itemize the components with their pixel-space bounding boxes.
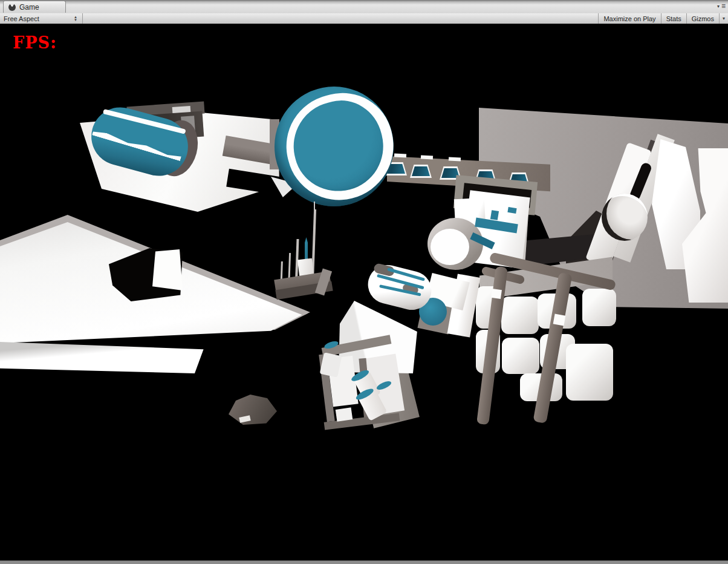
engine-cylinder-cap bbox=[431, 229, 469, 265]
toolbar-spacer bbox=[83, 13, 598, 24]
mech-foot bbox=[336, 407, 353, 421]
cylinder-highlight bbox=[92, 130, 182, 162]
aspect-dropdown[interactable]: Free Aspect ▲▼ bbox=[0, 13, 83, 24]
tab-strip: Game ▾ ≡ bbox=[0, 0, 728, 13]
unity-game-window: Game ▾ ≡ Free Aspect ▲▼ Maximize on Play… bbox=[0, 0, 728, 564]
tab-game[interactable]: Game bbox=[3, 1, 66, 13]
game-viewport[interactable]: FPS: bbox=[0, 24, 728, 560]
gizmos-button[interactable]: Gizmos bbox=[686, 13, 719, 24]
small-rock bbox=[229, 395, 277, 425]
crate-glint bbox=[172, 106, 191, 113]
window-menu[interactable]: ▾ ≡ bbox=[717, 2, 726, 10]
game-view-icon bbox=[8, 4, 16, 11]
ramp-pillar bbox=[152, 249, 183, 290]
game-view-toolbar: Free Aspect ▲▼ Maximize on Play Stats Gi… bbox=[0, 13, 728, 24]
gizmos-dropdown-arrow[interactable]: ▾ bbox=[719, 13, 728, 24]
cargo-cube bbox=[501, 297, 539, 334]
walkway-highlight bbox=[449, 157, 461, 161]
lower-white-wedge bbox=[0, 342, 206, 373]
walkway-highlight bbox=[421, 155, 433, 159]
fps-overlay-label: FPS: bbox=[13, 33, 57, 52]
aspect-dropdown-label: Free Aspect bbox=[4, 15, 74, 22]
cargo-cube bbox=[582, 289, 616, 326]
mech-frame-bar bbox=[324, 413, 400, 430]
tab-label: Game bbox=[19, 3, 39, 11]
hamburger-menu-icon[interactable]: ≡ bbox=[721, 2, 726, 10]
cargo-cube bbox=[566, 344, 613, 401]
cargo-cube bbox=[502, 338, 539, 374]
walkway-highlight bbox=[394, 153, 406, 157]
stats-button[interactable]: Stats bbox=[661, 13, 686, 24]
teal-sphere bbox=[275, 87, 394, 206]
popup-arrows-icon: ▲▼ bbox=[74, 16, 77, 21]
maximize-on-play-button[interactable]: Maximize on Play bbox=[598, 13, 660, 24]
clamp-disk bbox=[602, 194, 648, 241]
strap-glint bbox=[491, 289, 502, 299]
bottom-window-edge bbox=[0, 560, 728, 564]
chevron-down-icon[interactable]: ▾ bbox=[717, 4, 720, 9]
sphere-white-ring bbox=[275, 82, 405, 211]
strap-glint bbox=[553, 314, 566, 326]
engine-teal-stripe bbox=[490, 210, 499, 220]
